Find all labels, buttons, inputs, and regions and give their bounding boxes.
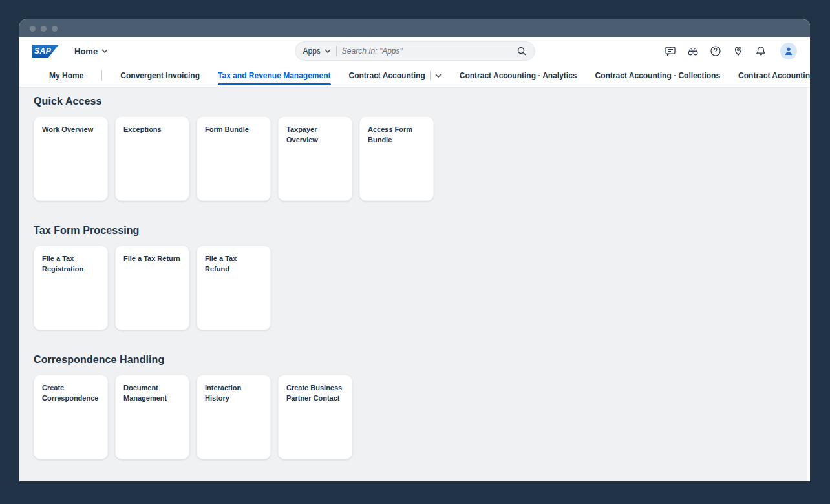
tile-row: File a Tax Registration File a Tax Retur… (34, 246, 796, 330)
search-icon[interactable] (516, 46, 527, 56)
traffic-light-maximize[interactable] (52, 26, 58, 32)
app-tile-label: Taxpayer Overview (286, 125, 344, 145)
chevron-down-icon (101, 49, 108, 53)
content: Quick Access Work Overview Exceptions Fo… (19, 87, 810, 481)
app-tile[interactable]: Create Business Partner Contact (278, 375, 352, 459)
app-tile-label: Create Business Partner Contact (286, 383, 344, 404)
nav-tabs: My Home Convergent Invoicing Tax and Rev… (49, 65, 810, 87)
app-window: SAP Home Apps (19, 19, 810, 481)
tile-section: Quick Access Work Overview Exceptions Fo… (34, 96, 796, 201)
nav-tab[interactable]: Contract Accounting - Analytics (460, 65, 577, 87)
header-actions (665, 43, 797, 59)
app-tile-label: File a Tax Return (123, 254, 181, 264)
section-title: Quick Access (34, 96, 796, 107)
sap-logo[interactable]: SAP (32, 45, 59, 58)
app-tile-label: Create Correspondence (42, 383, 100, 404)
app-tile-label: Exceptions (123, 125, 181, 135)
feedback-icon[interactable] (665, 45, 676, 57)
app-tile[interactable]: Create Correspondence (34, 375, 108, 459)
sap-logo-text: SAP (34, 47, 51, 56)
section-title: Correspondence Handling (34, 354, 796, 366)
nav-tab[interactable]: Contract Accounting - Collections (595, 65, 721, 87)
tile-row: Create Correspondence Document Managemen… (34, 375, 796, 459)
tile-section: Tax Form Processing File a Tax Registrat… (34, 225, 796, 330)
app-tile[interactable]: Work Overview (34, 116, 108, 201)
app-tile-label: Document Management (123, 383, 181, 404)
binoculars-icon[interactable] (687, 45, 699, 57)
app-tile-label: Form Bundle (205, 125, 262, 135)
space-selector-label: Home (74, 47, 98, 56)
nav-tab[interactable]: Contract Accounting - Reconciliation (738, 65, 810, 87)
app-tile-label: Access Form Bundle (368, 125, 425, 145)
app-tile[interactable]: Access Form Bundle (359, 116, 434, 201)
app-tile[interactable]: Exceptions (115, 116, 189, 201)
tile-section: Correspondence Handling Create Correspon… (34, 354, 796, 459)
app-tile[interactable]: File a Tax Refund (197, 246, 271, 330)
chevron-down-icon (435, 74, 442, 78)
pin-icon[interactable] (732, 45, 744, 57)
nav-tab-label: Contract Accounting - Analytics (460, 71, 577, 80)
search-scope-label: Apps (303, 47, 321, 56)
user-avatar[interactable] (780, 43, 797, 59)
nav-tab-divider (430, 71, 431, 80)
search-input[interactable] (342, 47, 511, 56)
app-tile[interactable]: Document Management (115, 375, 189, 459)
shell-header: SAP Home Apps (19, 37, 810, 65)
nav-tab-label: Contract Accounting (349, 71, 425, 80)
scrollbar-track[interactable] (807, 87, 810, 481)
nav-tab[interactable]: Tax and Revenue Management (218, 65, 331, 87)
app-tile[interactable]: File a Tax Return (115, 246, 189, 330)
app-tile-label: File a Tax Refund (205, 254, 262, 275)
app-tile-label: Work Overview (42, 125, 100, 135)
help-icon[interactable] (710, 45, 721, 57)
app-tile[interactable]: Taxpayer Overview (278, 116, 352, 201)
space-selector[interactable]: Home (74, 47, 108, 56)
tile-row: Work Overview Exceptions Form Bundle Tax… (34, 116, 796, 201)
nav-tab-label: Contract Accounting - Collections (595, 71, 721, 80)
nav-tab[interactable]: Convergent Invoicing (120, 65, 200, 87)
search-bar[interactable]: Apps (295, 41, 535, 61)
nav-tab-label: Convergent Invoicing (120, 71, 200, 80)
search-scope-selector[interactable]: Apps (303, 47, 331, 56)
traffic-light-close[interactable] (30, 26, 36, 32)
traffic-light-minimize[interactable] (41, 26, 47, 32)
nav-tab-label: Tax and Revenue Management (218, 71, 331, 80)
chevron-down-icon (325, 49, 331, 53)
app-tile[interactable]: Interaction History (197, 375, 271, 459)
nav-divider (101, 70, 102, 81)
nav-tab[interactable]: My Home (49, 65, 83, 87)
app-tile[interactable]: File a Tax Registration (34, 246, 108, 330)
app-tile-label: File a Tax Registration (42, 254, 100, 275)
nav-tab-label: My Home (49, 71, 83, 80)
nav-tab-label: Contract Accounting - Reconciliation (738, 71, 810, 80)
navigation-bar: My Home Convergent Invoicing Tax and Rev… (19, 65, 810, 87)
section-title: Tax Form Processing (34, 225, 796, 236)
nav-tab[interactable]: Contract Accounting (349, 65, 442, 87)
search-divider (336, 46, 337, 56)
nav-tab-dropdown[interactable] (430, 71, 442, 80)
bell-icon[interactable] (755, 45, 767, 57)
app-tile[interactable]: Form Bundle (197, 116, 271, 201)
app-tile-label: Interaction History (205, 383, 262, 404)
window-titlebar (19, 19, 810, 37)
